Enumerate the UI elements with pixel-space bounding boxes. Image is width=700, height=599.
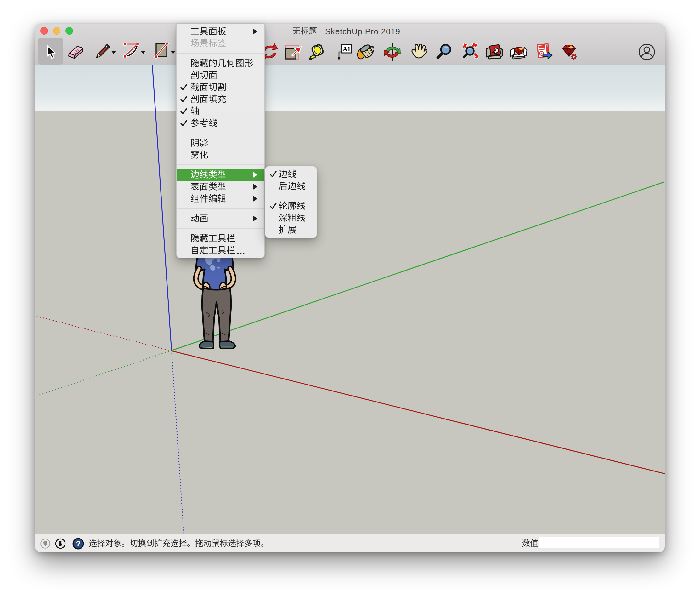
svg-text:?: ? [76,540,80,548]
svg-text:A1: A1 [343,46,350,53]
